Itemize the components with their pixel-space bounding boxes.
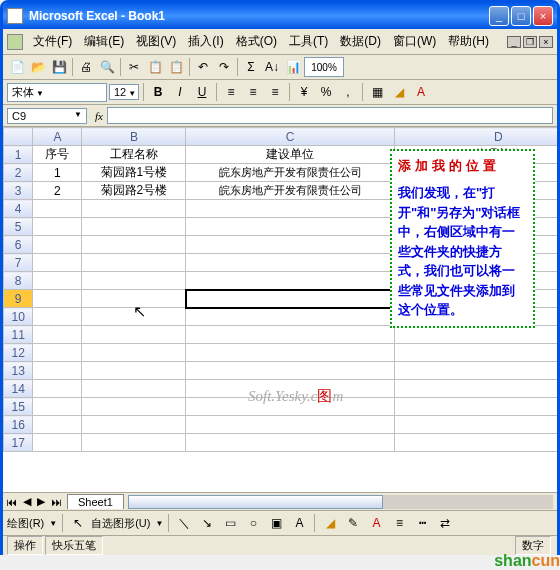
new-icon[interactable]: 📄 (7, 57, 27, 77)
row-header[interactable]: 5 (4, 218, 33, 236)
select-all-corner[interactable] (4, 128, 33, 146)
cell[interactable] (33, 272, 82, 290)
excel-icon[interactable] (7, 34, 23, 50)
cell[interactable] (33, 362, 82, 380)
annotation-textbox[interactable]: 添加我的位置 我们发现，在"打开"和"另存为"对话框中，右侧区域中有一些文件夹的… (390, 149, 535, 328)
chart-icon[interactable]: 📊 (283, 57, 303, 77)
font-color-icon[interactable]: A (411, 82, 431, 102)
ime-indicator-1[interactable]: 操作 (7, 536, 43, 555)
underline-button[interactable]: U (192, 82, 212, 102)
save-icon[interactable]: 💾 (49, 57, 69, 77)
copy-icon[interactable]: 📋 (145, 57, 165, 77)
menu-edit[interactable]: 编辑(E) (78, 31, 130, 52)
cell[interactable] (186, 236, 394, 254)
cell[interactable] (33, 398, 82, 416)
fx-icon[interactable]: fx (95, 110, 103, 122)
cell[interactable] (82, 344, 186, 362)
line-style-icon[interactable]: ≡ (389, 513, 409, 533)
cell[interactable] (82, 254, 186, 272)
dash-style-icon[interactable]: ┅ (412, 513, 432, 533)
cell[interactable] (33, 218, 82, 236)
align-right-icon[interactable]: ≡ (265, 82, 285, 102)
zoom-box[interactable]: 100% (304, 57, 344, 77)
rectangle-icon[interactable]: ▭ (220, 513, 240, 533)
open-icon[interactable]: 📂 (28, 57, 48, 77)
cell[interactable] (186, 362, 394, 380)
tab-nav-last-icon[interactable]: ⏭ (48, 496, 65, 508)
row-header[interactable]: 6 (4, 236, 33, 254)
cell[interactable] (33, 308, 82, 326)
arrow-style-icon[interactable]: ⇄ (435, 513, 455, 533)
tab-nav-first-icon[interactable]: ⏮ (3, 496, 20, 508)
cell[interactable] (186, 416, 394, 434)
cell[interactable] (33, 344, 82, 362)
row-header[interactable]: 2 (4, 164, 33, 182)
row-header[interactable]: 11 (4, 326, 33, 344)
menu-window[interactable]: 窗口(W) (387, 31, 442, 52)
row-header[interactable]: 15 (4, 398, 33, 416)
cell[interactable] (82, 308, 186, 326)
borders-icon[interactable]: ▦ (367, 82, 387, 102)
undo-icon[interactable]: ↶ (193, 57, 213, 77)
row-header[interactable]: 7 (4, 254, 33, 272)
align-center-icon[interactable]: ≡ (243, 82, 263, 102)
worksheet-grid[interactable]: A B C D 1 序号 工程名称 建设单位 监理单位 2 1 菊园路1号楼 皖… (3, 127, 557, 492)
cell[interactable] (33, 416, 82, 434)
cell[interactable]: 1 (33, 164, 82, 182)
cell[interactable] (186, 272, 394, 290)
cell[interactable] (186, 218, 394, 236)
font-size-select[interactable]: 12▼ (109, 84, 139, 100)
line-color-icon[interactable]: ✎ (343, 513, 363, 533)
cell[interactable] (186, 290, 394, 308)
cell[interactable] (82, 290, 186, 308)
row-header[interactable]: 12 (4, 344, 33, 362)
italic-button[interactable]: I (170, 82, 190, 102)
row-header[interactable]: 4 (4, 200, 33, 218)
cell[interactable] (82, 272, 186, 290)
cell[interactable] (186, 344, 394, 362)
cell[interactable]: 建设单位 (186, 146, 394, 164)
row-header[interactable]: 9 (4, 290, 33, 308)
row-header[interactable]: 16 (4, 416, 33, 434)
cell[interactable] (33, 326, 82, 344)
preview-icon[interactable]: 🔍 (97, 57, 117, 77)
percent-icon[interactable]: % (316, 82, 336, 102)
cell[interactable] (394, 398, 557, 416)
arrow-icon[interactable]: ↘ (197, 513, 217, 533)
col-header-b[interactable]: B (82, 128, 186, 146)
name-box[interactable]: C9▼ (7, 108, 87, 124)
menu-tools[interactable]: 工具(T) (283, 31, 334, 52)
h-scroll-thumb[interactable] (128, 495, 383, 509)
cell[interactable] (82, 398, 186, 416)
sum-icon[interactable]: Σ (241, 57, 261, 77)
menu-insert[interactable]: 插入(I) (182, 31, 229, 52)
cell[interactable] (394, 434, 557, 452)
cell[interactable]: 2 (33, 182, 82, 200)
line-icon[interactable]: ＼ (174, 513, 194, 533)
close-button[interactable]: × (533, 6, 553, 26)
cell[interactable] (82, 380, 186, 398)
cell[interactable] (82, 218, 186, 236)
cell[interactable]: 菊园路1号楼 (82, 164, 186, 182)
align-left-icon[interactable]: ≡ (221, 82, 241, 102)
cell[interactable] (33, 290, 82, 308)
cell[interactable] (82, 326, 186, 344)
sheet-tab[interactable]: Sheet1 (67, 494, 124, 509)
tab-nav-next-icon[interactable]: ▶ (34, 495, 48, 508)
cell[interactable] (394, 416, 557, 434)
cell[interactable]: 菊园路2号楼 (82, 182, 186, 200)
cell[interactable] (186, 254, 394, 272)
fill-color-icon[interactable]: ◢ (389, 82, 409, 102)
cell[interactable] (82, 362, 186, 380)
row-header[interactable]: 17 (4, 434, 33, 452)
maximize-button[interactable]: □ (511, 6, 531, 26)
menu-file[interactable]: 文件(F) (27, 31, 78, 52)
print-icon[interactable]: 🖨 (76, 57, 96, 77)
row-header[interactable]: 14 (4, 380, 33, 398)
row-header[interactable]: 8 (4, 272, 33, 290)
redo-icon[interactable]: ↷ (214, 57, 234, 77)
cell[interactable]: 工程名称 (82, 146, 186, 164)
col-header-d[interactable]: D (394, 128, 557, 146)
paste-icon[interactable]: 📋 (166, 57, 186, 77)
font-name-select[interactable]: 宋体▼ (7, 83, 107, 102)
